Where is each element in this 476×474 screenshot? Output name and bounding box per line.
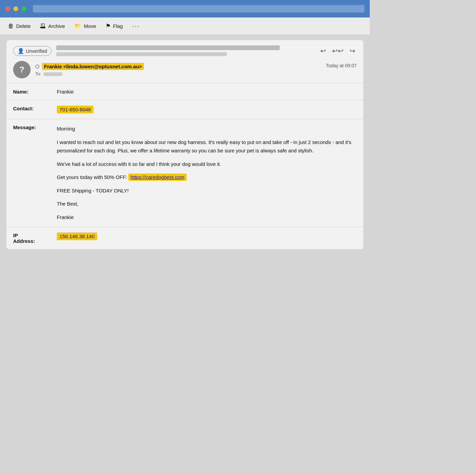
minimize-button[interactable] [13, 6, 18, 11]
sender-to-line: To: [35, 71, 144, 76]
ip-address: 156.146.38.140 [57, 232, 97, 240]
ip-row: IPAddress: 156.146.38.140 [6, 227, 363, 250]
zoom-button[interactable] [22, 6, 26, 11]
message-value: Morning I wanted to reach out and let yo… [50, 119, 363, 227]
message-row: Message: Morning I wanted to reach out a… [6, 119, 363, 227]
email-header-left: 👤 Unverified [13, 45, 319, 56]
unverified-label: Unverified [26, 48, 47, 54]
name-value: Frankie [50, 83, 363, 100]
flag-button[interactable]: ⚑ Flag [106, 23, 123, 30]
subject-redacted-2 [56, 52, 227, 56]
trash-icon: 🗑 [8, 23, 14, 30]
move-button[interactable]: 📁 Move [74, 23, 96, 30]
message-para-1: I wanted to reach out and let you know a… [57, 138, 357, 155]
reply-button[interactable]: ↩ [319, 45, 327, 56]
archive-button[interactable]: 🗳 Archive [40, 23, 65, 30]
message-label: Message: [6, 119, 50, 227]
subject-redacted-1 [56, 45, 280, 50]
delete-label: Delete [16, 23, 31, 29]
message-link-prefix: Get yours today with 50% OFF: [57, 174, 128, 180]
flag-label: Flag [113, 23, 123, 29]
message-sign-off: The Best, [57, 199, 357, 208]
sender-name[interactable]: Frankie <linda.lowen@optusnet.com.au> [42, 63, 144, 70]
sender-status-dot [35, 65, 39, 69]
sender-row: ? Frankie <linda.lowen@optusnet.com.au> … [13, 61, 357, 78]
archive-label: Archive [48, 23, 65, 29]
more-button[interactable]: ··· [132, 22, 140, 30]
action-buttons: ↩ ↩↩ ↪ [319, 45, 357, 56]
sender-name-line: Frankie <linda.lowen@optusnet.com.au> [35, 63, 144, 70]
close-button[interactable] [5, 6, 10, 11]
message-para-3: Get yours today with 50% OFF: https://ca… [57, 173, 357, 182]
content-table: Name: Frankie Contact: 701-650-8048 Mess… [6, 83, 363, 249]
forward-button[interactable]: ↪ [348, 45, 357, 56]
subject-block [56, 45, 319, 56]
email-header-top: 👤 Unverified ↩ ↩↩ ↪ [13, 45, 357, 56]
message-greeting: Morning [57, 124, 357, 133]
ip-label: IPAddress: [6, 227, 50, 250]
message-para-2: We've had a lot of success with it so fa… [57, 160, 357, 169]
contact-label: Contact: [6, 100, 50, 119]
move-label: Move [84, 23, 96, 29]
email-container: 👤 Unverified ↩ ↩↩ ↪ ? Fr [6, 40, 364, 250]
person-question-icon: 👤 [17, 48, 24, 54]
message-link[interactable]: https://caredogbest.com [128, 174, 186, 181]
archive-icon: 🗳 [40, 23, 46, 30]
unverified-badge: 👤 Unverified [13, 46, 51, 56]
title-bar [0, 0, 370, 17]
flag-icon: ⚑ [106, 23, 111, 30]
delete-button[interactable]: 🗑 Delete [8, 23, 31, 30]
name-row: Name: Frankie [6, 83, 363, 100]
message-shipping: FREE Shipping - TODAY ONLY! [57, 186, 357, 195]
toolbar: 🗑 Delete 🗳 Archive 📁 Move ⚑ Flag ··· [0, 17, 370, 35]
contact-value: 701-650-8048 [50, 100, 363, 119]
name-label: Name: [6, 83, 50, 100]
to-address-redacted [44, 72, 62, 76]
sender-details: Frankie <linda.lowen@optusnet.com.au> To… [35, 63, 144, 76]
to-label: To: [35, 71, 41, 76]
sender-left: ? Frankie <linda.lowen@optusnet.com.au> … [13, 61, 144, 78]
message-signature: Frankie [57, 213, 357, 222]
move-icon: 📁 [74, 23, 81, 30]
email-header: 👤 Unverified ↩ ↩↩ ↪ ? Fr [6, 40, 363, 83]
ip-value: 156.146.38.140 [50, 227, 363, 250]
title-bar-text [33, 5, 364, 12]
avatar: ? [13, 61, 31, 78]
contact-number: 701-650-8048 [57, 106, 93, 113]
timestamp: Today at 09:07 [326, 63, 357, 68]
reply-all-button[interactable]: ↩↩ [331, 45, 345, 56]
email-body: Name: Frankie Contact: 701-650-8048 Mess… [6, 83, 363, 249]
contact-row: Contact: 701-650-8048 [6, 100, 363, 119]
